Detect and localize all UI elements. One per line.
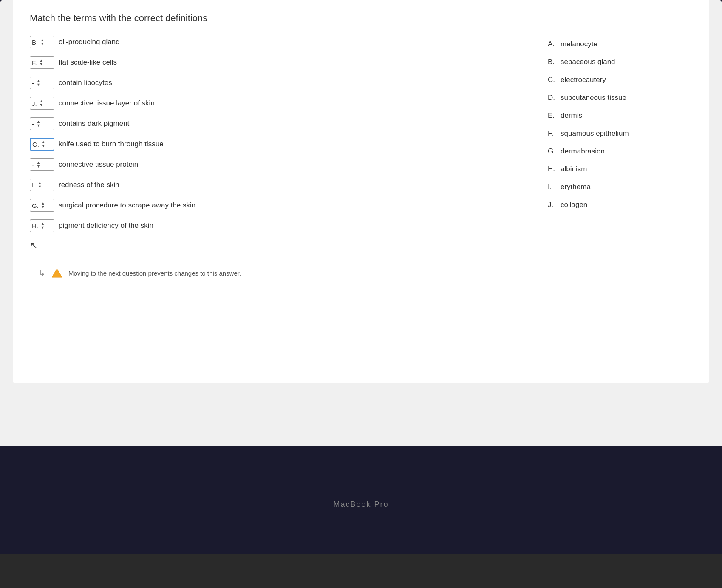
option-letter: D. bbox=[548, 94, 558, 102]
answer-option: E.dermis bbox=[548, 111, 692, 120]
option-letter: B. bbox=[548, 58, 558, 66]
content-area: Match the terms with the correct definit… bbox=[13, 0, 709, 383]
match-row: G.▲▼surgical procedure to scrape away th… bbox=[30, 199, 505, 212]
spinner-arrows: ▲▼ bbox=[40, 38, 44, 46]
answer-option: G.dermabrasion bbox=[548, 147, 692, 156]
answer-select[interactable]: H.▲▼ bbox=[30, 219, 54, 232]
selected-letter: G. bbox=[32, 202, 39, 209]
definition-text: knife used to burn through tissue bbox=[59, 140, 164, 148]
option-term: sebaceous gland bbox=[561, 58, 615, 66]
definition-text: connective tissue layer of skin bbox=[59, 99, 155, 108]
option-term: melanocyte bbox=[561, 40, 597, 48]
match-row: -▲▼contains dark pigment bbox=[30, 117, 505, 130]
definition-text: flat scale-like cells bbox=[59, 58, 117, 67]
definition-text: contain lipocytes bbox=[59, 79, 112, 87]
answer-option: C.electrocautery bbox=[548, 76, 692, 84]
definition-text: pigment deficiency of the skin bbox=[59, 222, 153, 230]
match-row: J.▲▼connective tissue layer of skin bbox=[30, 97, 505, 110]
answer-select[interactable]: -▲▼ bbox=[30, 158, 54, 171]
option-letter: H. bbox=[548, 165, 558, 173]
option-letter: A. bbox=[548, 40, 558, 48]
spinner-arrows: ▲▼ bbox=[42, 140, 45, 148]
answer-select[interactable]: G.▲▼ bbox=[30, 199, 54, 212]
spinner-arrows: ▲▼ bbox=[37, 79, 40, 87]
match-row: F.▲▼flat scale-like cells bbox=[30, 56, 505, 69]
macbook-label: MacBook Pro bbox=[333, 500, 388, 509]
warning-message: Moving to the next question prevents cha… bbox=[68, 270, 241, 277]
option-letter: F. bbox=[548, 129, 558, 138]
selected-letter: - bbox=[32, 161, 34, 168]
spinner-arrows: ▲▼ bbox=[37, 161, 40, 168]
right-column: A.melanocyteB.sebaceous glandC.electroca… bbox=[531, 36, 692, 251]
two-column-layout: B.▲▼oil-producing glandF.▲▼flat scale-li… bbox=[30, 36, 692, 251]
selected-letter: I. bbox=[32, 182, 35, 189]
spinner-arrows: ▲▼ bbox=[41, 202, 45, 209]
option-letter: J. bbox=[548, 201, 558, 209]
spinner-arrows: ▲▼ bbox=[40, 99, 43, 107]
option-term: subcutaneous tissue bbox=[561, 94, 626, 102]
option-letter: C. bbox=[548, 76, 558, 84]
option-letter: I. bbox=[548, 183, 558, 191]
definition-text: oil-producing gland bbox=[59, 38, 120, 46]
quiz-screen: Match the terms with the correct definit… bbox=[0, 0, 722, 446]
answer-select[interactable]: J.▲▼ bbox=[30, 97, 54, 110]
definition-text: connective tissue protein bbox=[59, 160, 138, 169]
option-letter: E. bbox=[548, 111, 558, 120]
answer-select[interactable]: F.▲▼ bbox=[30, 56, 54, 69]
answer-option: F.squamous epithelium bbox=[548, 129, 692, 138]
option-term: collagen bbox=[561, 201, 587, 209]
match-row: I.▲▼redness of the skin bbox=[30, 179, 505, 191]
match-row: -▲▼contain lipocytes bbox=[30, 77, 505, 89]
selected-letter: G. bbox=[32, 141, 39, 148]
svg-text:!: ! bbox=[56, 271, 58, 277]
answer-option: I.erythema bbox=[548, 183, 692, 191]
spinner-arrows: ▲▼ bbox=[37, 120, 40, 128]
answer-select[interactable]: -▲▼ bbox=[30, 117, 54, 130]
answer-option: D.subcutaneous tissue bbox=[548, 94, 692, 102]
selected-letter: J. bbox=[32, 100, 37, 107]
spinner-arrows: ▲▼ bbox=[38, 181, 42, 189]
option-term: erythema bbox=[561, 183, 591, 191]
definition-text: redness of the skin bbox=[59, 181, 119, 189]
answer-select[interactable]: B.▲▼ bbox=[30, 36, 54, 48]
selected-letter: - bbox=[32, 80, 34, 87]
answer-select[interactable]: -▲▼ bbox=[30, 77, 54, 89]
page-title: Match the terms with the correct definit… bbox=[30, 13, 692, 24]
cursor-indicator: ↖ bbox=[30, 240, 505, 251]
match-row: G.▲▼knife used to burn through tissue bbox=[30, 138, 505, 151]
answer-option: A.melanocyte bbox=[548, 40, 692, 48]
left-column: B.▲▼oil-producing glandF.▲▼flat scale-li… bbox=[30, 36, 531, 251]
option-term: squamous epithelium bbox=[561, 129, 629, 138]
spinner-arrows: ▲▼ bbox=[40, 59, 43, 66]
answer-option: B.sebaceous gland bbox=[548, 58, 692, 66]
option-term: dermis bbox=[561, 111, 582, 120]
answer-option: J.collagen bbox=[548, 201, 692, 209]
definition-text: contains dark pigment bbox=[59, 119, 129, 128]
answer-option: H.albinism bbox=[548, 165, 692, 173]
answer-select[interactable]: G.▲▼ bbox=[30, 138, 54, 151]
definition-text: surgical procedure to scrape away the sk… bbox=[59, 201, 195, 210]
selected-letter: B. bbox=[32, 39, 38, 46]
option-term: electrocautery bbox=[561, 76, 606, 84]
selected-letter: - bbox=[32, 120, 34, 128]
option-term: dermabrasion bbox=[561, 147, 605, 156]
arrow-icon: ↳ bbox=[38, 268, 45, 278]
option-term: albinism bbox=[561, 165, 587, 173]
warning-section: ↳ ! Moving to the next question prevents… bbox=[30, 268, 692, 278]
bottom-dark-bar bbox=[0, 554, 722, 588]
match-row: B.▲▼oil-producing gland bbox=[30, 36, 505, 48]
match-row: H.▲▼pigment deficiency of the skin bbox=[30, 219, 505, 232]
spinner-arrows: ▲▼ bbox=[41, 222, 45, 230]
warning-triangle-icon: ! bbox=[51, 268, 62, 278]
bottom-taskbar: MacBook Pro bbox=[0, 446, 722, 588]
option-letter: G. bbox=[548, 147, 558, 156]
answer-select[interactable]: I.▲▼ bbox=[30, 179, 54, 191]
selected-letter: F. bbox=[32, 59, 37, 66]
selected-letter: H. bbox=[32, 222, 38, 230]
match-row: -▲▼connective tissue protein bbox=[30, 158, 505, 171]
